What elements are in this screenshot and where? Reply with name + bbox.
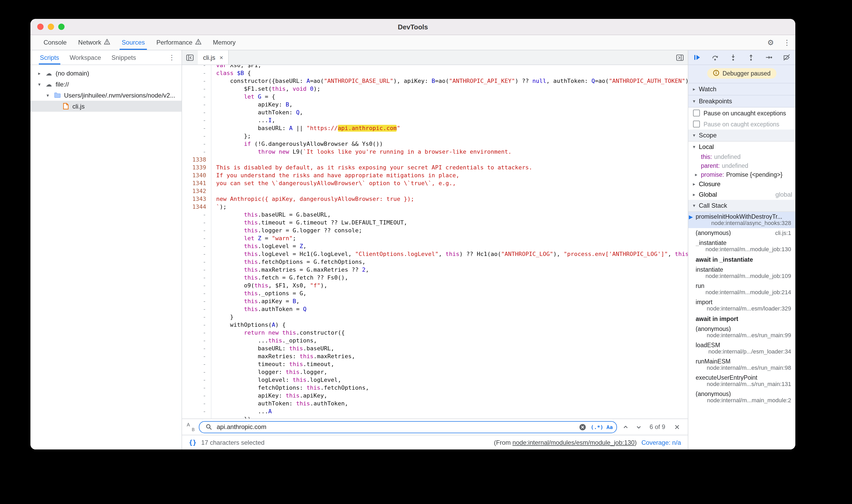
code-line[interactable]: 1338 [182,156,688,164]
line-number[interactable]: - [182,274,211,282]
ab-icon[interactable]: AB [187,423,195,431]
code-line[interactable]: - this.fetchOptions = G.fetchOptions, [182,258,688,266]
line-number[interactable]: - [182,65,211,69]
code-line[interactable]: - baseURL: this.baseURL, [182,345,688,353]
regex-toggle[interactable]: (.*) [591,424,603,430]
code-line[interactable]: - apiKey: this.apiKey, [182,392,688,400]
step-button[interactable] [765,54,772,61]
code-line[interactable]: - logLevel: this.logLevel, [182,376,688,384]
breakpoint-pause-on-uncaught-exceptions[interactable]: Pause on uncaught exceptions [688,108,795,119]
code-line[interactable]: - this.fetch = G.fetch ?? Fs0(), [182,274,688,282]
next-match-icon[interactable] [634,424,643,430]
breakpoint-pause-on-caught-exceptions[interactable]: Pause on caught exceptions [688,119,795,129]
code-line[interactable]: - }; [182,132,688,140]
line-number[interactable]: - [182,219,211,227]
line-number[interactable]: 1341 [182,179,211,187]
line-number[interactable]: 1340 [182,172,211,179]
breakpoints-section-header[interactable]: ▾ Breakpoints [688,95,795,108]
code-line[interactable]: - this.logLevel = Hc1(G.logLevel, "Clien… [182,250,688,258]
code-line[interactable]: - this.timeout = G.timeout ?? Lw.DEFAULT… [182,219,688,227]
line-number[interactable]: - [182,298,211,305]
close-tab-icon[interactable]: × [219,54,223,61]
call-stack-frame[interactable]: executeUserEntryPointnode:internal/m...s… [688,373,795,389]
code-editor[interactable]: -var Xs0, $F1,-class $B {- constructor({… [182,65,688,418]
line-number[interactable]: - [182,116,211,124]
deactivate-breakpoints-button[interactable] [783,54,790,61]
tree-item-cli-js[interactable]: cli.js [31,101,181,112]
step-over-button[interactable] [711,54,719,61]
line-number[interactable]: 1342 [182,187,211,195]
code-line[interactable]: - this.baseURL = G.baseURL, [182,211,688,219]
code-line[interactable]: - timeout: this.timeout, [182,360,688,368]
line-number[interactable]: - [182,77,211,85]
code-line[interactable]: - let G = { [182,93,688,101]
navigator-more-icon[interactable]: ⋮ [162,50,181,65]
scope-variable-promise[interactable]: ▸promise:Promise {<pending>} [688,170,795,179]
coverage-link[interactable]: Coverage: n/a [641,439,681,446]
tab-console[interactable]: Console [38,35,72,50]
call-stack-frame[interactable]: importnode:internal/m...esm/loader:329 [688,298,795,313]
line-number[interactable]: - [182,384,211,392]
line-number[interactable]: - [182,109,211,116]
tab-memory[interactable]: Memory [207,35,242,50]
line-number[interactable]: - [182,321,211,329]
call-stack-frame[interactable]: (anonymous)node:internal/m...main_module… [688,389,795,406]
line-number[interactable]: - [182,392,211,400]
line-number[interactable]: - [182,353,211,360]
code-line[interactable]: - }) [182,415,688,418]
zoom-window-button[interactable] [58,23,65,30]
code-line[interactable]: -class $B { [182,69,688,77]
code-line[interactable]: 1343new Anthropic({ apiKey, dangerouslyA… [182,195,688,203]
code-line[interactable]: - maxRetries: this.maxRetries, [182,353,688,360]
call-stack-frame[interactable]: runMainESMnode:internal/m...es/run_main:… [688,357,795,373]
line-number[interactable]: 1343 [182,195,211,203]
line-number[interactable]: - [182,101,211,109]
navigator-tab-scripts[interactable]: Scripts [35,50,64,65]
tree-item-file[interactable]: ▾☁file:// [31,79,181,90]
line-number[interactable]: - [182,305,211,313]
line-number[interactable]: - [182,345,211,353]
code-line[interactable]: - o9(this, $F1, Xs0, "f"), [182,282,688,289]
scope-variable-parent[interactable]: parent:undefined [688,161,795,170]
match-case-toggle[interactable]: Aa [606,424,613,430]
close-window-button[interactable] [37,23,43,30]
code-line[interactable]: 1339This is disabled by default, as it r… [182,164,688,172]
step-into-button[interactable] [730,54,736,61]
code-line[interactable]: -var Xs0, $F1, [182,65,688,69]
line-number[interactable]: - [182,313,211,321]
line-number[interactable]: - [182,415,211,418]
navigator-tab-workspace[interactable]: Workspace [64,50,106,65]
line-number[interactable]: - [182,140,211,148]
scope-section-closure[interactable]: ▸Closure [688,179,795,189]
previous-match-icon[interactable] [621,424,630,430]
call-stack-frame[interactable]: loadESMnode:internal/p.../esm_loader:34 [688,340,795,357]
call-stack-frame[interactable]: instantiatenode:internal/m...module_job:… [688,265,795,281]
tab-sources[interactable]: Sources [116,35,150,50]
line-number[interactable]: - [182,132,211,140]
settings-gear-icon[interactable]: ⚙ [763,35,779,50]
scope-section-header[interactable]: ▾ Scope [688,129,795,142]
watch-section-header[interactable]: ▸ Watch [688,84,795,95]
line-number[interactable]: - [182,234,211,242]
line-number[interactable]: 1338 [182,156,211,164]
code-line[interactable]: - apiKey: B, [182,101,688,109]
tab-performance[interactable]: Performance [150,35,207,50]
code-line[interactable]: - if (!G.dangerouslyAllowBrowser && Ys0(… [182,140,688,148]
line-number[interactable]: 1344 [182,203,211,211]
code-line[interactable]: 1344`); [182,203,688,211]
more-options-icon[interactable]: ⋮ [779,35,795,50]
collapse-navigator-icon[interactable] [182,50,198,65]
code-line[interactable]: - return new this.constructor({ [182,329,688,337]
code-line[interactable]: - authToken: Q, [182,109,688,116]
collapse-debugger-icon[interactable] [672,50,688,65]
callstack-section-header[interactable]: ▾ Call Stack [688,200,795,212]
line-number[interactable]: - [182,376,211,384]
minimize-window-button[interactable] [48,23,54,30]
call-stack-frame[interactable]: (anonymous)cli.js:1 [688,228,795,238]
pretty-print-button[interactable]: {} [189,439,196,446]
tab-network[interactable]: Network [72,35,116,50]
code-line[interactable]: 1340If you understand the risks and have… [182,172,688,179]
code-line[interactable]: - withOptions(A) { [182,321,688,329]
tree-item-users-jinhuilee-nvm-versions-node-v2[interactable]: ▾Users/jinhuilee/.nvm/versions/node/v2..… [31,90,181,101]
code-line[interactable]: - } [182,313,688,321]
